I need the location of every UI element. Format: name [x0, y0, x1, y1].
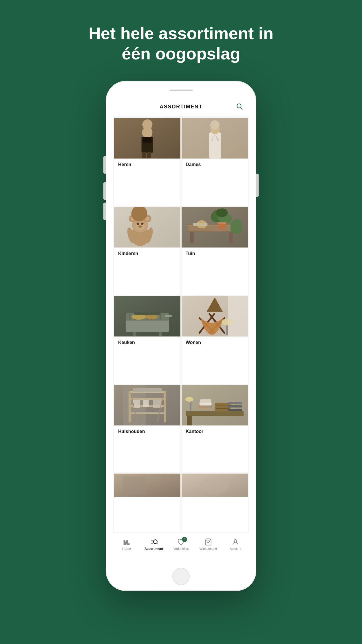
search-icon[interactable] — [236, 103, 243, 111]
svg-rect-56 — [133, 332, 136, 336]
svg-rect-33 — [190, 232, 194, 243]
categories-grid: Heren — [113, 117, 249, 533]
phone-speaker — [169, 90, 193, 91]
verlanglijst-badge: 3 — [182, 537, 187, 542]
category-image-kantoor — [182, 385, 248, 425]
svg-point-88 — [185, 397, 193, 402]
nav-item-winkelmand[interactable]: Winkelmand — [195, 533, 222, 556]
svg-point-25 — [141, 223, 144, 225]
phone-screen: ASSORTIMENT — [113, 97, 249, 556]
svg-point-24 — [137, 223, 139, 225]
svg-point-21 — [131, 217, 135, 221]
svg-point-22 — [145, 217, 150, 221]
svg-rect-84 — [186, 411, 244, 416]
category-image-dames — [182, 118, 248, 159]
svg-rect-98 — [123, 477, 146, 494]
svg-rect-71 — [129, 391, 166, 393]
svg-rect-34 — [229, 232, 233, 243]
svg-rect-11 — [209, 132, 221, 159]
svg-rect-91 — [200, 399, 211, 403]
nav-item-assortiment[interactable]: Assortiment — [140, 533, 167, 556]
svg-rect-8 — [147, 152, 151, 158]
category-card-tuin[interactable]: Tuin — [182, 207, 248, 295]
svg-rect-6 — [143, 137, 152, 143]
category-image-wonen — [182, 296, 248, 336]
category-card-partial-left[interactable] — [114, 474, 180, 532]
nav-label-home: Home — [122, 547, 131, 550]
svg-rect-57 — [159, 332, 162, 336]
svg-rect-44 — [126, 319, 169, 332]
nav-item-verlanglijst[interactable]: 3 Verlanglijst — [167, 533, 195, 556]
category-image-kinderen — [114, 207, 180, 248]
home-icon: M. — [123, 538, 130, 546]
category-card-keuken[interactable]: Keuken — [114, 296, 180, 384]
svg-line-106 — [157, 543, 158, 544]
assortiment-icon — [150, 538, 158, 546]
svg-rect-58 — [164, 315, 172, 317]
svg-rect-66 — [226, 325, 228, 335]
svg-rect-61 — [228, 296, 248, 336]
svg-rect-92 — [215, 403, 231, 412]
category-label-tuin: Tuin — [182, 248, 248, 260]
category-image-huishouden — [114, 385, 180, 425]
app-title: ASSORTIMENT — [160, 104, 202, 110]
phone-frame: ASSORTIMENT — [106, 81, 256, 591]
svg-text:M.: M. — [123, 539, 130, 545]
nav-item-home[interactable]: M. Home — [113, 533, 140, 556]
nav-label-verlanglijst: Verlanglijst — [173, 547, 189, 550]
svg-point-5 — [142, 127, 153, 138]
svg-rect-40 — [217, 222, 226, 224]
category-card-partial-right[interactable] — [182, 474, 248, 532]
category-image-partial-right — [182, 474, 248, 497]
svg-point-105 — [153, 540, 157, 543]
nav-label-account: Account — [230, 547, 241, 550]
category-label-kantoor: Kantoor — [182, 425, 248, 438]
svg-rect-89 — [199, 405, 212, 408]
category-label-keuken: Keuken — [114, 336, 180, 349]
home-button[interactable] — [172, 568, 190, 585]
category-card-huishouden[interactable]: Huishouden — [114, 385, 180, 473]
account-icon — [232, 538, 239, 546]
svg-rect-7 — [142, 152, 146, 158]
svg-point-108 — [234, 539, 237, 542]
svg-rect-85 — [187, 416, 192, 425]
svg-point-12 — [211, 124, 220, 134]
category-card-kinderen[interactable]: Kinderen — [114, 207, 180, 295]
nav-label-winkelmand: Winkelmand — [200, 547, 217, 550]
nav-item-account[interactable]: Account — [222, 533, 249, 556]
category-label-dames: Dames — [182, 159, 248, 171]
category-label-kinderen: Kinderen — [114, 248, 180, 260]
category-image-partial-left — [114, 474, 180, 497]
category-label-huishouden: Huishouden — [114, 425, 180, 438]
category-card-dames[interactable]: Dames — [182, 118, 248, 206]
heart-icon: 3 — [177, 538, 185, 546]
category-card-kantoor[interactable]: Kantoor — [182, 385, 248, 473]
svg-point-54 — [131, 314, 146, 320]
svg-line-96 — [233, 401, 234, 411]
svg-rect-41 — [193, 223, 208, 226]
svg-rect-78 — [143, 400, 149, 407]
page-headline: Het hele assortiment in één oogopslag — [89, 23, 273, 63]
svg-point-100 — [200, 477, 229, 494]
category-label-heren: Heren — [114, 159, 180, 171]
svg-point-26 — [138, 225, 142, 228]
svg-rect-74 — [130, 398, 164, 400]
category-image-keuken — [114, 296, 180, 336]
svg-point-55 — [145, 314, 158, 319]
bag-icon — [204, 538, 212, 546]
category-label-wonen: Wonen — [182, 336, 248, 349]
nav-label-assortiment: Assortiment — [145, 547, 163, 550]
category-image-heren — [114, 118, 180, 159]
svg-rect-86 — [190, 401, 191, 411]
svg-rect-90 — [200, 402, 212, 405]
svg-line-1 — [241, 107, 242, 109]
category-card-heren[interactable]: Heren — [114, 118, 180, 206]
category-image-tuin — [182, 207, 248, 248]
category-card-wonen[interactable]: Wonen — [182, 296, 248, 384]
svg-point-67 — [222, 319, 232, 325]
bottom-nav: M. Home Assortiment — [113, 533, 249, 556]
app-header: ASSORTIMENT — [113, 97, 249, 117]
